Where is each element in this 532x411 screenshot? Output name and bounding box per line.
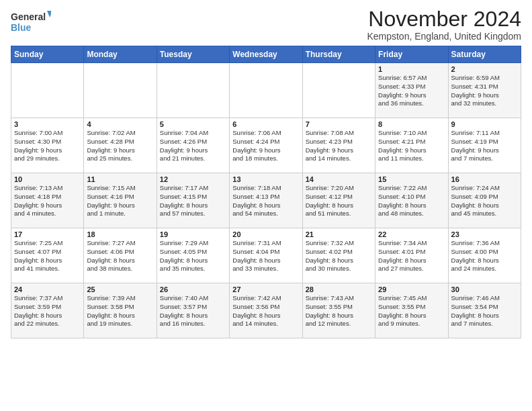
page: General Blue November 2024 Kempston, Eng… [0, 0, 532, 411]
title-block: November 2024 Kempston, England, United … [367, 8, 521, 42]
day-info: Sunrise: 7:15 AMSunset: 4:16 PMDaylight:… [87, 184, 135, 217]
day-number: 12 [160, 175, 226, 183]
day-number: 24 [14, 285, 81, 293]
calendar-cell: 25Sunrise: 7:39 AMSunset: 3:58 PMDayligh… [84, 283, 157, 338]
day-info: Sunrise: 7:45 AMSunset: 3:55 PMDaylight:… [378, 294, 427, 327]
calendar-cell: 22Sunrise: 7:34 AMSunset: 4:01 PMDayligh… [375, 228, 448, 283]
calendar-cell: 13Sunrise: 7:18 AMSunset: 4:13 PMDayligh… [230, 173, 302, 228]
calendar-body: 1Sunrise: 6:57 AMSunset: 4:33 PMDaylight… [11, 63, 521, 338]
day-info: Sunrise: 6:57 AMSunset: 4:33 PMDaylight:… [378, 74, 427, 107]
location: Kempston, England, United Kingdom [367, 31, 521, 42]
calendar-cell [230, 63, 302, 118]
calendar-week-3: 17Sunrise: 7:25 AMSunset: 4:07 PMDayligh… [11, 228, 521, 283]
calendar-cell: 19Sunrise: 7:29 AMSunset: 4:05 PMDayligh… [157, 228, 229, 283]
day-number: 30 [451, 285, 518, 293]
header: General Blue November 2024 Kempston, Eng… [11, 8, 521, 42]
calendar-cell: 27Sunrise: 7:42 AMSunset: 3:56 PMDayligh… [230, 283, 302, 338]
calendar-cell [11, 63, 84, 118]
day-number: 16 [451, 175, 518, 183]
calendar-cell [302, 63, 375, 118]
logo-svg: General Blue [11, 8, 51, 35]
calendar: Sunday Monday Tuesday Wednesday Thursday… [11, 46, 521, 338]
header-sunday: Sunday [11, 46, 84, 63]
svg-text:Blue: Blue [11, 22, 32, 33]
day-info: Sunrise: 7:43 AMSunset: 3:55 PMDaylight:… [306, 294, 354, 327]
day-number: 7 [306, 120, 372, 128]
day-info: Sunrise: 7:10 AMSunset: 4:21 PMDaylight:… [378, 129, 427, 162]
calendar-cell: 28Sunrise: 7:43 AMSunset: 3:55 PMDayligh… [302, 283, 375, 338]
day-number: 22 [378, 230, 445, 238]
day-number: 5 [160, 120, 226, 128]
day-info: Sunrise: 7:00 AMSunset: 4:30 PMDaylight:… [14, 129, 62, 162]
month-title: November 2024 [367, 8, 521, 30]
day-number: 2 [451, 65, 518, 73]
day-info: Sunrise: 7:02 AMSunset: 4:28 PMDaylight:… [87, 129, 135, 162]
day-number: 13 [232, 175, 299, 183]
day-info: Sunrise: 7:08 AMSunset: 4:23 PMDaylight:… [306, 129, 354, 162]
day-info: Sunrise: 7:40 AMSunset: 3:57 PMDaylight:… [160, 294, 208, 327]
day-info: Sunrise: 7:13 AMSunset: 4:18 PMDaylight:… [14, 184, 62, 217]
day-info: Sunrise: 7:39 AMSunset: 3:58 PMDaylight:… [87, 294, 135, 327]
day-info: Sunrise: 7:11 AMSunset: 4:19 PMDaylight:… [451, 129, 500, 162]
calendar-cell: 21Sunrise: 7:32 AMSunset: 4:02 PMDayligh… [302, 228, 375, 283]
day-info: Sunrise: 7:22 AMSunset: 4:10 PMDaylight:… [378, 184, 427, 217]
calendar-header-row: Sunday Monday Tuesday Wednesday Thursday… [11, 46, 521, 63]
day-info: Sunrise: 7:17 AMSunset: 4:15 PMDaylight:… [160, 184, 208, 217]
header-monday: Monday [84, 46, 157, 63]
header-tuesday: Tuesday [157, 46, 229, 63]
day-number: 11 [87, 175, 153, 183]
svg-marker-2 [47, 11, 51, 17]
day-info: Sunrise: 7:24 AMSunset: 4:09 PMDaylight:… [451, 184, 500, 217]
day-number: 26 [160, 285, 226, 293]
day-info: Sunrise: 7:25 AMSunset: 4:07 PMDaylight:… [14, 239, 62, 272]
calendar-cell: 16Sunrise: 7:24 AMSunset: 4:09 PMDayligh… [448, 173, 521, 228]
calendar-cell: 2Sunrise: 6:59 AMSunset: 4:31 PMDaylight… [448, 63, 521, 118]
header-thursday: Thursday [302, 46, 375, 63]
calendar-cell: 24Sunrise: 7:37 AMSunset: 3:59 PMDayligh… [11, 283, 84, 338]
day-info: Sunrise: 7:20 AMSunset: 4:12 PMDaylight:… [306, 184, 354, 217]
day-number: 9 [451, 120, 518, 128]
calendar-cell: 9Sunrise: 7:11 AMSunset: 4:19 PMDaylight… [448, 118, 521, 173]
calendar-week-2: 10Sunrise: 7:13 AMSunset: 4:18 PMDayligh… [11, 173, 521, 228]
day-number: 18 [87, 230, 153, 238]
day-info: Sunrise: 7:34 AMSunset: 4:01 PMDaylight:… [378, 239, 427, 272]
day-number: 19 [160, 230, 226, 238]
calendar-cell: 26Sunrise: 7:40 AMSunset: 3:57 PMDayligh… [157, 283, 229, 338]
day-number: 10 [14, 175, 81, 183]
day-info: Sunrise: 7:06 AMSunset: 4:24 PMDaylight:… [232, 129, 281, 162]
day-number: 3 [14, 120, 81, 128]
day-info: Sunrise: 7:31 AMSunset: 4:04 PMDaylight:… [232, 239, 281, 272]
logo: General Blue [11, 8, 51, 35]
calendar-cell: 5Sunrise: 7:04 AMSunset: 4:26 PMDaylight… [157, 118, 229, 173]
day-number: 15 [378, 175, 445, 183]
calendar-cell: 23Sunrise: 7:36 AMSunset: 4:00 PMDayligh… [448, 228, 521, 283]
calendar-cell: 1Sunrise: 6:57 AMSunset: 4:33 PMDaylight… [375, 63, 448, 118]
calendar-cell: 11Sunrise: 7:15 AMSunset: 4:16 PMDayligh… [84, 173, 157, 228]
calendar-week-4: 24Sunrise: 7:37 AMSunset: 3:59 PMDayligh… [11, 283, 521, 338]
svg-text:General: General [11, 11, 46, 22]
calendar-cell: 15Sunrise: 7:22 AMSunset: 4:10 PMDayligh… [375, 173, 448, 228]
header-saturday: Saturday [448, 46, 521, 63]
day-number: 25 [87, 285, 153, 293]
day-info: Sunrise: 7:46 AMSunset: 3:54 PMDaylight:… [451, 294, 500, 327]
calendar-cell [157, 63, 229, 118]
calendar-cell: 6Sunrise: 7:06 AMSunset: 4:24 PMDaylight… [230, 118, 302, 173]
calendar-week-0: 1Sunrise: 6:57 AMSunset: 4:33 PMDaylight… [11, 63, 521, 118]
day-info: Sunrise: 6:59 AMSunset: 4:31 PMDaylight:… [451, 74, 500, 107]
header-wednesday: Wednesday [230, 46, 302, 63]
day-number: 21 [306, 230, 372, 238]
day-number: 20 [232, 230, 299, 238]
day-info: Sunrise: 7:37 AMSunset: 3:59 PMDaylight:… [14, 294, 62, 327]
calendar-cell: 20Sunrise: 7:31 AMSunset: 4:04 PMDayligh… [230, 228, 302, 283]
day-number: 27 [232, 285, 299, 293]
day-number: 14 [306, 175, 372, 183]
day-number: 28 [306, 285, 372, 293]
day-info: Sunrise: 7:32 AMSunset: 4:02 PMDaylight:… [306, 239, 354, 272]
calendar-cell: 18Sunrise: 7:27 AMSunset: 4:06 PMDayligh… [84, 228, 157, 283]
calendar-cell: 7Sunrise: 7:08 AMSunset: 4:23 PMDaylight… [302, 118, 375, 173]
calendar-cell: 17Sunrise: 7:25 AMSunset: 4:07 PMDayligh… [11, 228, 84, 283]
calendar-cell: 29Sunrise: 7:45 AMSunset: 3:55 PMDayligh… [375, 283, 448, 338]
header-friday: Friday [375, 46, 448, 63]
day-info: Sunrise: 7:36 AMSunset: 4:00 PMDaylight:… [451, 239, 500, 272]
day-number: 4 [87, 120, 153, 128]
